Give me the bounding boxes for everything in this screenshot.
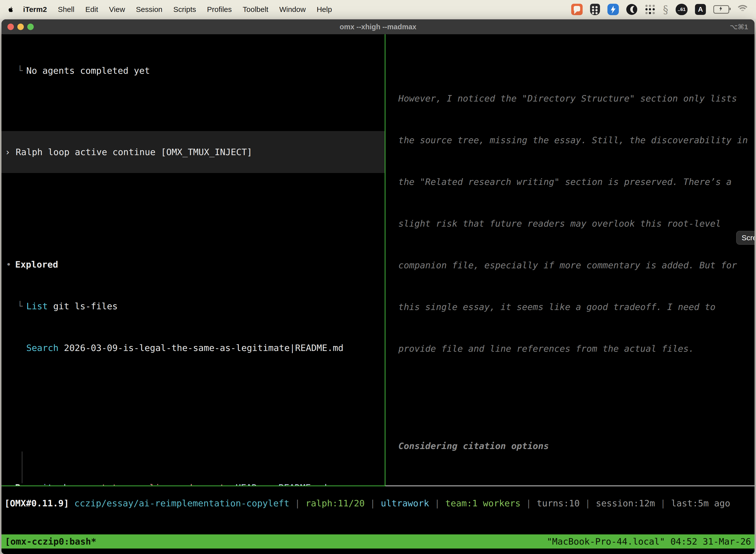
right-pane-border xyxy=(385,486,755,486)
tmux-session-label[interactable]: [omx-cczip0:bash* xyxy=(5,535,96,549)
menu-item-session[interactable]: Session xyxy=(136,5,163,14)
menu-bar: iTerm2 Shell Edit View Session Scripts P… xyxy=(0,0,756,19)
thinking-paragraph-1: However, I noticed the "Directory Struct… xyxy=(387,64,755,384)
dots-grid-icon[interactable] xyxy=(645,4,655,15)
thinking-heading: Considering citation options xyxy=(387,439,755,453)
menu-item-help[interactable]: Help xyxy=(317,5,332,14)
wifi-icon[interactable] xyxy=(737,4,749,14)
terminal-content: └ No agents completed yet › Ralph loop a… xyxy=(1,34,755,554)
shield-grid-icon[interactable] xyxy=(590,4,600,15)
blue-bolt-icon[interactable] xyxy=(608,4,619,15)
menu-item-scripts[interactable]: Scripts xyxy=(173,5,196,14)
git-show-block: •Ran git show --stat --oneline --decorat… xyxy=(6,439,385,486)
explored-block: •Explored └ List git ls-files Search 202… xyxy=(6,230,385,383)
left-pane-border xyxy=(1,486,385,486)
menu-item-view[interactable]: View xyxy=(109,5,125,14)
omx-status-line: [OMX#0.11.9] cczip/essay/ai-reimplementa… xyxy=(1,496,755,511)
menu-item-profiles[interactable]: Profiles xyxy=(207,5,232,14)
menu-app-name[interactable]: iTerm2 xyxy=(23,5,47,14)
inject-message-box: › Ralph loop active continue [OMX_TMUX_I… xyxy=(1,131,385,173)
crescent-icon[interactable] xyxy=(626,4,637,15)
tree-connector-line xyxy=(22,451,22,483)
window-shortcut-badge: ⌥⌘1 xyxy=(730,23,748,31)
explored-list-line: └ List git ls-files xyxy=(6,299,385,313)
window-title: omx --xhigh --madmax xyxy=(1,23,755,31)
left-pane[interactable]: └ No agents completed yet › Ralph loop a… xyxy=(1,34,385,486)
menu-item-edit[interactable]: Edit xyxy=(85,5,98,14)
battery-percent-badge-icon[interactable]: ..61 xyxy=(676,4,688,15)
explored-header: •Explored xyxy=(6,258,385,272)
right-pane[interactable]: However, I noticed the "Directory Struct… xyxy=(385,34,755,486)
window-title-bar[interactable]: omx --xhigh --madmax ⌥⌘1 xyxy=(1,19,755,34)
explored-search-line: Search 2026-03-09-is-legal-the-same-as-l… xyxy=(6,341,385,355)
agents-note-line: └ No agents completed yet xyxy=(6,64,385,78)
menu-item-toolbelt[interactable]: Toolbelt xyxy=(243,5,268,14)
input-source-icon[interactable]: A xyxy=(695,4,706,15)
battery-icon[interactable] xyxy=(713,5,729,14)
squiggle-icon[interactable]: § xyxy=(663,3,668,15)
screenshot-notification[interactable]: Scre xyxy=(736,231,755,245)
menu-item-window[interactable]: Window xyxy=(279,5,306,14)
chat-bubble-icon[interactable] xyxy=(571,4,583,15)
iterm-window: omx --xhigh --madmax ⌥⌘1 └ No agents com… xyxy=(1,19,755,554)
menu-item-shell[interactable]: Shell xyxy=(58,5,74,14)
tmux-host-clock: "MacBook-Pro-44.local" 04:52 31-Mar-26 xyxy=(547,535,751,549)
menu-bar-status-icons: § ..61 A xyxy=(571,3,749,15)
tmux-status-bar: [omx-cczip0:bash* "MacBook-Pro-44.local"… xyxy=(1,535,755,549)
apple-menu-icon[interactable] xyxy=(7,5,14,13)
